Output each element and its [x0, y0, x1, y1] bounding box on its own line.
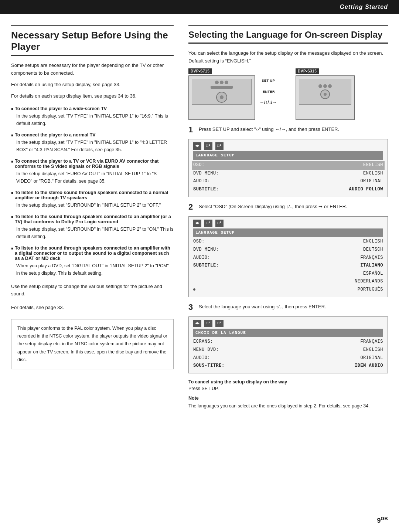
- menu-icon-2c: □²: [215, 220, 224, 227]
- menu-1-row-2: DVD MENU: ENGLISH: [193, 170, 383, 178]
- note-box-text: This player conforms to the PAL color sy…: [17, 326, 167, 362]
- device-box-right: DVP-S315: [296, 68, 355, 120]
- left-intro-3: For details on each setup display item, …: [11, 92, 174, 100]
- device-label-right: DVP-S315: [296, 68, 319, 74]
- jog-dial: [216, 92, 227, 103]
- setup-item-5: To listen to the sound through speakers …: [11, 214, 174, 240]
- menu-1-title: LANGUAGE SETUP: [193, 151, 383, 160]
- menu-icon-1b: □¹: [204, 142, 212, 150]
- menu-3-row-1: ECRANS: FRANÇAIS: [193, 338, 383, 346]
- menu-3-row-2-right: ENGLISH: [363, 346, 383, 354]
- menu-1-row-1-right: ENGLISH: [363, 161, 383, 169]
- setup-item-2-title: To connect the player to a normal TV: [11, 132, 174, 138]
- setup-item-4-body: In the setup display, set "SURROUND" in …: [11, 201, 174, 209]
- device-box-left: DVP-S715: [188, 68, 255, 120]
- step-2-content: Select “OSD” (On-Screen Display) using ↑…: [199, 203, 388, 211]
- menu-icon-3c: □²: [215, 320, 224, 327]
- s315-disc-area: [320, 89, 330, 99]
- menu-box-3-header: ◀▶ □¹ □²: [193, 320, 383, 327]
- btn-3: [225, 81, 228, 84]
- device-image-left: SET UP ENTER ←/↑/↓/→: [188, 75, 255, 120]
- jog-dial-inner: [220, 95, 224, 99]
- menu-1-row-3-right: ORIGINAL: [360, 177, 383, 186]
- step-1-content: Press SET UP and select "‹›" using ←/→, …: [199, 126, 388, 133]
- step-2-text: Select “OSD” (On-Screen Display) using ↑…: [199, 204, 347, 209]
- menu-1-row-2-left: DVD MENU:: [193, 170, 219, 178]
- header-bar: Getting Started: [0, 0, 399, 14]
- menu-icon-3a: ◀▶: [193, 320, 201, 327]
- setup-item-1-title: To connect the player to a wide-screen T…: [11, 106, 174, 111]
- cancel-section: To cancel using the setup display on the…: [188, 379, 388, 391]
- menu-icon-2a: ◀▶: [193, 220, 201, 227]
- menu-3-row-1-right: FRANÇAIS: [360, 338, 383, 346]
- btn-2: [220, 81, 224, 84]
- setup-item-2-body: In the setup display, set "TV TYPE" in "…: [11, 139, 174, 153]
- setup-item-6: To listen to the sound through speakers …: [11, 245, 174, 277]
- use-setup-text-1: Use the setup display to change the vari…: [11, 283, 174, 298]
- menu-2-title: LANGUAGE SETUP: [193, 228, 383, 237]
- setup-item-3: To connect the player to a TV or VCR via…: [11, 159, 174, 185]
- main-content: Necessary Setup Before Using the Player …: [0, 14, 399, 410]
- arrows-label: ←/↑/↓/→: [260, 100, 277, 105]
- disc-slot: [211, 86, 233, 89]
- menu-2-row-3: AUDIO: FRANÇAIS: [193, 254, 383, 262]
- menu-3-row-3-right: ORIGINAL: [360, 354, 383, 362]
- menu-2-row-4: SUBTITLE: ITALIANO: [193, 262, 383, 270]
- menu-icon-1c: □²: [215, 142, 224, 150]
- menu-2-row-1-left: OSD:: [193, 238, 205, 246]
- menu-2-row-6: NEDERLANDS: [193, 278, 383, 286]
- menu-2-row-7: PORTUGUÊS: [193, 286, 383, 294]
- dvp-s715-panel: [192, 79, 252, 105]
- setup-item-3-body: In the setup display, set "EURO AV OUT" …: [11, 170, 174, 185]
- step-1: 1 Press SET UP and select "‹›" using ←/→…: [188, 126, 388, 135]
- right-divider: [188, 25, 388, 26]
- left-intro-2: For details on using the setup display, …: [11, 81, 174, 89]
- setup-item-4: To listen to the stereo sound through sp…: [11, 190, 174, 209]
- enter-label: ENTER: [263, 90, 275, 94]
- menu-3-row-2: MENU DVD: ENGLISH: [193, 346, 383, 354]
- menu-1-row-4-right: AUDIO FOLLOW: [349, 186, 383, 194]
- menu-2-row-4-left: SUBTITLE:: [193, 262, 219, 270]
- device-label-left: DVP-S715: [188, 68, 212, 74]
- dvp-s715-buttons: [215, 81, 228, 84]
- menu-2-row-2: DVD MENU: DEUTSCH: [193, 246, 383, 254]
- setup-label: SET UP: [262, 79, 275, 82]
- menu-box-3: ◀▶ □¹ □² CHOIX DE LA LANGUE ECRANS: FRAN…: [188, 316, 388, 373]
- note-box: This player conforms to the PAL color sy…: [11, 319, 174, 369]
- menu-3-row-4: SOUS-TITRE: IDEM AUDIO: [193, 362, 383, 370]
- cancel-body: Press SET UP.: [188, 386, 388, 391]
- note-section: Note The languages you can select are th…: [188, 396, 388, 410]
- menu-box-2-header: ◀▶ □¹ □²: [193, 220, 383, 227]
- menu-2-row-1: OSD: ENGLISH: [193, 238, 383, 246]
- menu-icon-1a: ◀▶: [193, 142, 201, 150]
- left-divider: [11, 25, 174, 26]
- use-setup-text-2: For details, see page 33.: [11, 304, 174, 312]
- step-1-number: 1: [188, 125, 199, 135]
- menu-box-1-header: ◀▶ □¹ □²: [193, 142, 383, 150]
- menu-1-row-1: OSD: ENGLISH: [192, 161, 385, 170]
- right-column: Selecting the Language for On-screen Dis…: [188, 25, 388, 410]
- page-number: 9GB: [377, 516, 388, 525]
- menu-3-title: CHOIX DE LA LANGUE: [193, 329, 383, 338]
- setup-item-5-title: To listen to the sound through speakers …: [11, 214, 174, 224]
- btn-r1: [318, 84, 322, 88]
- s315-jog-inner: [324, 93, 327, 96]
- left-column: Necessary Setup Before Using the Player …: [11, 25, 174, 410]
- step-3-number: 3: [188, 302, 199, 312]
- device-image-right: [296, 75, 355, 120]
- btn-1: [215, 81, 219, 84]
- setup-item-5-body: In the setup display, set "SURROUND" in …: [11, 226, 174, 240]
- setup-item-3-title: To connect the player to a TV or VCR via…: [11, 159, 174, 169]
- device-images-row: DVP-S715: [188, 68, 388, 120]
- menu-2-row-5-right: ESPAÑOL: [363, 270, 383, 278]
- page-suffix: GB: [381, 516, 388, 521]
- menu-3-row-4-right: IDEM AUDIO: [355, 362, 383, 370]
- menu-2-row-2-right: DEUTSCH: [363, 246, 383, 254]
- right-intro: You can select the language for the setu…: [188, 50, 388, 65]
- setup-item-1-body: In the setup display, set "TV TYPE" in "…: [11, 112, 174, 127]
- step-3: 3 Select the language you want using ↑/↓…: [188, 303, 388, 312]
- note-title: Note: [188, 396, 388, 401]
- s315-jog: [320, 89, 330, 99]
- menu-3-row-2-left: MENU DVD:: [193, 346, 219, 354]
- menu-1-row-1-left: OSD:: [193, 161, 205, 169]
